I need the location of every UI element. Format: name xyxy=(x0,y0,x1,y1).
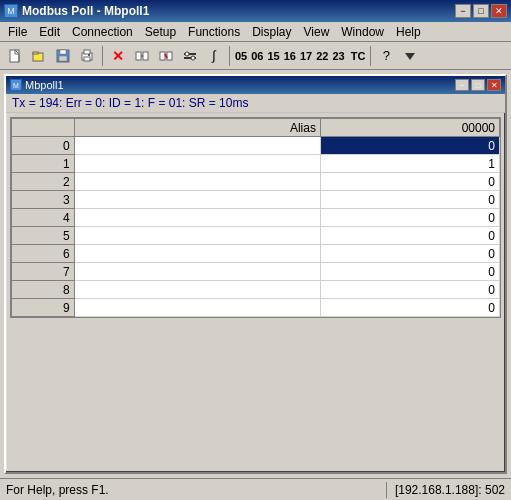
menu-connection[interactable]: Connection xyxy=(66,23,139,41)
row-index: 1 xyxy=(12,155,75,173)
menu-window[interactable]: Window xyxy=(335,23,390,41)
connect-button[interactable] xyxy=(131,45,153,67)
row-alias xyxy=(74,191,320,209)
menu-functions[interactable]: Functions xyxy=(182,23,246,41)
table-row[interactable]: 30 xyxy=(12,191,500,209)
menu-help[interactable]: Help xyxy=(390,23,427,41)
row-value: 0 xyxy=(320,263,499,281)
inner-maximize-button[interactable]: □ xyxy=(471,79,485,91)
row-alias xyxy=(74,263,320,281)
data-table: Alias 00000 00112030405060708090 xyxy=(11,118,500,317)
open-button[interactable] xyxy=(28,45,50,67)
col-index-header xyxy=(12,119,75,137)
row-index: 4 xyxy=(12,209,75,227)
disconnect-icon xyxy=(159,49,173,63)
row-value: 0 xyxy=(320,209,499,227)
row-index: 6 xyxy=(12,245,75,263)
toolbar-num-16[interactable]: 16 xyxy=(283,50,297,62)
inner-controls: − □ ✕ xyxy=(455,79,501,91)
maximize-button[interactable]: □ xyxy=(473,4,489,18)
row-index: 3 xyxy=(12,191,75,209)
menu-view[interactable]: View xyxy=(298,23,336,41)
svg-rect-6 xyxy=(60,50,66,54)
toolbar-num-22[interactable]: 22 xyxy=(315,50,329,62)
connect-icon xyxy=(135,49,149,63)
delete-button[interactable]: ✕ xyxy=(107,45,129,67)
table-body: 00112030405060708090 xyxy=(12,137,500,317)
new-button[interactable] xyxy=(4,45,26,67)
extra-icon xyxy=(403,49,417,63)
table-row[interactable]: 80 xyxy=(12,281,500,299)
close-button[interactable]: ✕ xyxy=(491,4,507,18)
toolbar-num-17[interactable]: 17 xyxy=(299,50,313,62)
save-button[interactable] xyxy=(52,45,74,67)
print-button[interactable] xyxy=(76,45,98,67)
toolbar-num-23[interactable]: 23 xyxy=(332,50,346,62)
svg-rect-16 xyxy=(167,52,172,60)
row-value: 0 xyxy=(320,137,499,155)
table-row[interactable]: 20 xyxy=(12,173,500,191)
row-alias xyxy=(74,227,320,245)
title-bar-left: M Modbus Poll - Mbpoll1 xyxy=(4,4,149,18)
help-button[interactable]: ? xyxy=(375,45,397,67)
toolbar-num-tc[interactable]: TC xyxy=(350,50,367,62)
inner-window: M Mbpoll1 − □ ✕ Tx = 194: Err = 0: ID = … xyxy=(4,74,507,474)
table-row[interactable]: 40 xyxy=(12,209,500,227)
toolbar-separator-2 xyxy=(229,46,230,66)
table-row[interactable]: 70 xyxy=(12,263,500,281)
menu-display[interactable]: Display xyxy=(246,23,297,41)
inner-title-left: M Mbpoll1 xyxy=(10,79,64,91)
extra-button[interactable] xyxy=(399,45,421,67)
table-row[interactable]: 90 xyxy=(12,299,500,317)
svg-rect-15 xyxy=(160,52,165,60)
row-index: 7 xyxy=(12,263,75,281)
config-button[interactable] xyxy=(179,45,201,67)
table-row[interactable]: 00 xyxy=(12,137,500,155)
toolbar-num-15[interactable]: 15 xyxy=(267,50,281,62)
open-icon xyxy=(32,49,46,63)
menu-file[interactable]: File xyxy=(2,23,33,41)
table-row[interactable]: 60 xyxy=(12,245,500,263)
row-value: 1 xyxy=(320,155,499,173)
integral-button[interactable]: ∫ xyxy=(203,45,225,67)
row-alias xyxy=(74,245,320,263)
inner-app-icon: M xyxy=(10,79,22,91)
inner-minimize-button[interactable]: − xyxy=(455,79,469,91)
print-icon xyxy=(80,49,94,63)
table-row[interactable]: 50 xyxy=(12,227,500,245)
minimize-button[interactable]: − xyxy=(455,4,471,18)
row-alias xyxy=(74,209,320,227)
svg-rect-4 xyxy=(33,52,38,54)
svg-rect-9 xyxy=(84,50,90,54)
toolbar-num-06[interactable]: 06 xyxy=(250,50,264,62)
status-line: Tx = 194: Err = 0: ID = 1: F = 01: SR = … xyxy=(6,94,505,113)
col-value-header: 00000 xyxy=(320,119,499,137)
status-divider xyxy=(386,482,387,498)
disconnect-button[interactable] xyxy=(155,45,177,67)
row-alias xyxy=(74,155,320,173)
toolbar-separator-3 xyxy=(370,46,371,66)
toolbar-num-05[interactable]: 05 xyxy=(234,50,248,62)
svg-rect-7 xyxy=(59,56,67,61)
svg-marker-22 xyxy=(405,53,415,60)
new-icon xyxy=(8,49,22,63)
menu-setup[interactable]: Setup xyxy=(139,23,182,41)
svg-rect-12 xyxy=(136,52,141,60)
status-bar: For Help, press F1. [192.168.1.188]: 502 xyxy=(0,478,511,500)
data-table-container: Alias 00000 00112030405060708090 xyxy=(10,117,501,318)
inner-close-button[interactable]: ✕ xyxy=(487,79,501,91)
row-index: 0 xyxy=(12,137,75,155)
inner-title-bar: M Mbpoll1 − □ ✕ xyxy=(6,76,505,94)
row-alias xyxy=(74,173,320,191)
row-index: 9 xyxy=(12,299,75,317)
row-index: 8 xyxy=(12,281,75,299)
row-index: 2 xyxy=(12,173,75,191)
menu-bar: File Edit Connection Setup Functions Dis… xyxy=(0,22,511,42)
status-connection-text: [192.168.1.188]: 502 xyxy=(395,483,505,497)
config-icon xyxy=(183,49,197,63)
table-row[interactable]: 11 xyxy=(12,155,500,173)
row-value: 0 xyxy=(320,245,499,263)
toolbar-separator-1 xyxy=(102,46,103,66)
menu-edit[interactable]: Edit xyxy=(33,23,66,41)
save-icon xyxy=(56,49,70,63)
